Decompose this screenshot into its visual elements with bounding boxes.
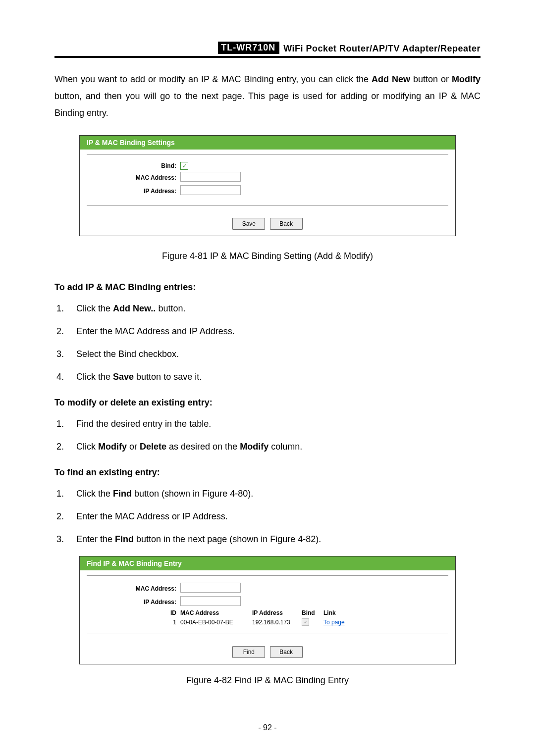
model-description: WiFi Pocket Router/AP/TV Adapter/Repeate… bbox=[279, 44, 481, 54]
list-item: Enter the MAC Address and IP Address. bbox=[66, 325, 481, 337]
divider bbox=[87, 205, 448, 206]
mac-input[interactable] bbox=[180, 172, 241, 182]
find-heading: To find an existing entry: bbox=[54, 467, 481, 478]
page-header: TL-WR710N WiFi Pocket Router/AP/TV Adapt… bbox=[54, 42, 481, 56]
col-bind: Bind bbox=[302, 609, 323, 616]
bind-checkbox-disabled: ✓ bbox=[302, 618, 309, 626]
button-row: Find Back bbox=[80, 641, 455, 664]
modify-steps-list: Find the desired entry in the table. Cli… bbox=[54, 418, 481, 453]
ip-input[interactable] bbox=[180, 185, 241, 195]
add-heading: To add IP & MAC Binding entries: bbox=[54, 282, 481, 293]
to-page-link[interactable]: To page bbox=[323, 619, 345, 626]
bind-checkbox[interactable]: ✓ bbox=[180, 162, 188, 170]
model-number: TL-WR710N bbox=[218, 42, 279, 54]
mac-input[interactable] bbox=[180, 583, 241, 593]
panel-title: Find IP & MAC Binding Entry bbox=[80, 556, 455, 570]
header-rule bbox=[54, 56, 481, 58]
list-item: Click the Add New.. button. bbox=[66, 302, 481, 314]
list-item: Find the desired entry in the table. bbox=[66, 418, 481, 430]
cell-ip: 192.168.0.173 bbox=[252, 619, 302, 626]
table-row: 1 00-0A-EB-00-07-BE 192.168.0.173 ✓ To p… bbox=[80, 618, 455, 626]
panel-title: IP & MAC Binding Settings bbox=[80, 136, 455, 150]
mac-label: MAC Address: bbox=[80, 174, 180, 181]
mac-label: MAC Address: bbox=[80, 585, 180, 592]
find-button[interactable]: Find bbox=[232, 646, 265, 658]
page: TL-WR710N WiFi Pocket Router/AP/TV Adapt… bbox=[0, 0, 535, 756]
col-id: ID bbox=[80, 609, 180, 616]
page-number: - 92 - bbox=[0, 723, 535, 732]
table-header: ID MAC Address IP Address Bind Link bbox=[80, 609, 455, 616]
panel-body: MAC Address: IP Address: ID MAC Address … bbox=[80, 570, 455, 664]
list-item: Select the Bind checkbox. bbox=[66, 348, 481, 360]
add-steps-list: Click the Add New.. button. Enter the MA… bbox=[54, 302, 481, 383]
cell-id: 1 bbox=[80, 619, 180, 626]
divider bbox=[87, 575, 448, 576]
ip-label: IP Address: bbox=[80, 188, 180, 195]
cell-mac: 00-0A-EB-00-07-BE bbox=[180, 619, 252, 626]
divider bbox=[87, 634, 448, 634]
figure-4-81-caption: Figure 4-81 IP & MAC Binding Setting (Ad… bbox=[54, 251, 481, 261]
divider bbox=[87, 154, 448, 155]
ip-label: IP Address: bbox=[80, 599, 180, 605]
back-button[interactable]: Back bbox=[270, 218, 303, 230]
col-mac: MAC Address bbox=[180, 609, 252, 616]
intro-paragraph: When you want to add or modify an IP & M… bbox=[54, 71, 481, 121]
save-button[interactable]: Save bbox=[232, 218, 265, 230]
list-item: Click the Find button (shown in Figure 4… bbox=[66, 488, 481, 500]
panel-body: Bind: ✓ MAC Address: IP Address: Save Ba… bbox=[80, 150, 455, 236]
back-button[interactable]: Back bbox=[270, 646, 303, 658]
modify-heading: To modify or delete an existing entry: bbox=[54, 398, 481, 408]
bind-label: Bind: bbox=[80, 162, 180, 169]
list-item: Enter the MAC Address or IP Address. bbox=[66, 510, 481, 522]
col-ip: IP Address bbox=[252, 609, 302, 616]
cell-bind: ✓ bbox=[302, 618, 323, 626]
figure-4-81: IP & MAC Binding Settings Bind: ✓ MAC Ad… bbox=[79, 135, 456, 236]
button-row: Save Back bbox=[80, 213, 455, 236]
list-item: Enter the Find button in the next page (… bbox=[66, 533, 481, 545]
ip-input[interactable] bbox=[180, 596, 241, 606]
col-link: Link bbox=[323, 609, 353, 616]
cell-link: To page bbox=[323, 619, 353, 626]
figure-4-82: Find IP & MAC Binding Entry MAC Address:… bbox=[79, 556, 456, 664]
find-steps-list: Click the Find button (shown in Figure 4… bbox=[54, 488, 481, 545]
list-item: Click the Save button to save it. bbox=[66, 371, 481, 383]
list-item: Click Modify or Delete as desired on the… bbox=[66, 441, 481, 453]
figure-4-82-caption: Figure 4-82 Find IP & MAC Binding Entry bbox=[54, 675, 481, 686]
